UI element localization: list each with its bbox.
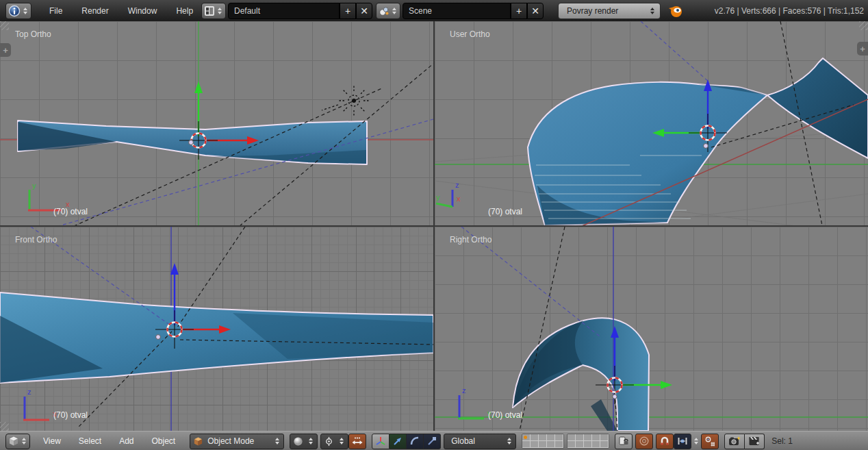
layer-toggle[interactable] [584,434,592,441]
stepper-down-arrow[interactable] [650,12,654,14]
layer-toggle[interactable] [584,441,592,448]
layer-toggle[interactable] [600,441,609,448]
stepper-up-arrow[interactable] [694,438,698,440]
stepper-down-arrow[interactable] [218,12,222,14]
menu-file[interactable]: File [40,0,72,21]
engine-stepper[interactable] [649,8,656,14]
stepper-up-arrow[interactable] [218,8,222,10]
layer-toggle[interactable] [531,441,539,448]
stepper-down-arrow[interactable] [392,12,396,14]
layer-toggle[interactable] [576,441,584,448]
snap-toggle[interactable] [656,434,674,449]
layer-toggle[interactable] [567,441,576,448]
rotate-manipulator-button[interactable] [407,434,424,449]
translate-manipulator-button[interactable] [390,434,407,449]
stepper-up-arrow[interactable] [275,438,279,440]
mode-stepper[interactable] [274,438,281,445]
stepper-down-arrow[interactable] [23,12,27,14]
object-origin[interactable] [613,395,617,399]
snap-element-selector[interactable] [674,434,691,449]
layout-name-field[interactable]: Default [228,3,340,19]
menu-view[interactable]: View [34,436,70,446]
menu-render[interactable]: Render [72,0,118,21]
layer-toggle[interactable] [522,441,531,448]
editor-type-stepper[interactable] [22,8,29,14]
layer-toggle[interactable] [539,434,547,441]
stepper-up-arrow[interactable] [507,438,511,440]
region-expand-tab[interactable]: + [0,43,11,57]
region-expand-tab[interactable]: + [857,42,868,55]
menu-select[interactable]: Select [70,436,110,446]
object-origin[interactable] [156,335,161,340]
manipulator-toggle-button[interactable] [372,434,390,449]
layer-toggle[interactable] [531,434,539,441]
stepper-up-arrow[interactable] [23,8,27,10]
screen-layout-browser[interactable] [201,3,226,19]
close-scene-button[interactable]: ✕ [527,3,544,19]
editor-type-selector[interactable] [5,3,31,19]
layer-toggle[interactable] [539,441,547,448]
orientation-stepper[interactable] [506,438,513,445]
layer-toggle[interactable] [547,434,555,441]
close-layout-button[interactable]: ✕ [356,3,372,19]
scene-stepper[interactable] [391,8,398,14]
scale-manipulator-button[interactable] [424,434,441,449]
opengl-render-animation-button[interactable] [745,434,765,449]
object-origin[interactable] [704,144,709,149]
stepper-down-arrow[interactable] [22,442,26,445]
menu-object[interactable]: Object [143,436,185,446]
orientation-selector[interactable]: Global [444,434,516,449]
object-origin[interactable] [189,140,194,145]
mesh-object-blade[interactable] [0,292,433,383]
layer-toggle[interactable] [600,434,609,441]
window-resize-grip[interactable] [859,21,868,30]
stepper-up-arrow[interactable] [650,8,654,10]
stepper-up-arrow[interactable] [309,438,313,440]
viewport-user-ortho[interactable]: z y x User Ortho (70) otval + [435,21,868,225]
manipulate-centers-toggle[interactable] [348,434,366,449]
viewport-front-ortho[interactable]: z x Front Ortho (70) otval [0,227,433,431]
editor-type-stepper[interactable] [21,438,27,445]
mesh-object-blade[interactable] [513,318,649,431]
scene-browser[interactable] [376,3,400,19]
viewport-top-ortho[interactable]: y x Top Ortho (70) otval + [0,21,433,225]
add-scene-button[interactable]: + [511,3,527,19]
snap-whole-objects-toggle[interactable] [701,434,719,449]
viewport-shading-selector[interactable] [290,434,318,449]
menu-window[interactable]: Window [118,0,167,21]
add-layout-button[interactable]: + [340,3,356,19]
mode-selector[interactable]: Object Mode [190,434,284,449]
layer-toggle[interactable] [522,434,531,441]
menu-add[interactable]: Add [110,436,142,446]
stepper-down-arrow[interactable] [507,442,511,445]
layer-toggle[interactable] [592,441,600,448]
stepper-down-arrow[interactable] [694,442,698,445]
layout-stepper[interactable] [216,8,223,14]
window-resize-grip[interactable] [0,21,9,30]
layer-toggle[interactable] [592,434,600,441]
layer-toggle[interactable] [555,434,563,441]
layer-toggle[interactable] [567,434,576,441]
stepper-down-arrow[interactable] [340,442,344,445]
layer-toggle[interactable] [555,441,563,448]
shading-stepper[interactable] [307,438,314,445]
snap-element-stepper[interactable] [693,438,700,445]
menu-help[interactable]: Help [166,0,203,21]
opengl-render-button[interactable] [724,434,745,449]
window-resize-grip[interactable] [0,422,9,431]
stepper-up-arrow[interactable] [22,438,26,440]
layer-toggle[interactable] [547,441,555,448]
viewport-right-ortho[interactable]: z y Right Ortho (70) otval [435,227,868,431]
pivot-point-selector[interactable] [320,434,348,449]
stepper-up-arrow[interactable] [340,438,344,440]
stepper-down-arrow[interactable] [275,442,279,445]
proportional-edit-selector[interactable] [635,434,653,449]
pivot-stepper[interactable] [338,438,345,445]
stepper-up-arrow[interactable] [392,8,396,10]
stepper-down-arrow[interactable] [309,442,313,445]
scene-name-field[interactable]: Scene [403,3,511,19]
layer-toggle[interactable] [576,434,584,441]
lock-to-scene-toggle[interactable] [615,434,633,449]
editor-type-selector[interactable] [5,434,30,449]
render-engine-selector[interactable]: Povray render [558,3,661,19]
